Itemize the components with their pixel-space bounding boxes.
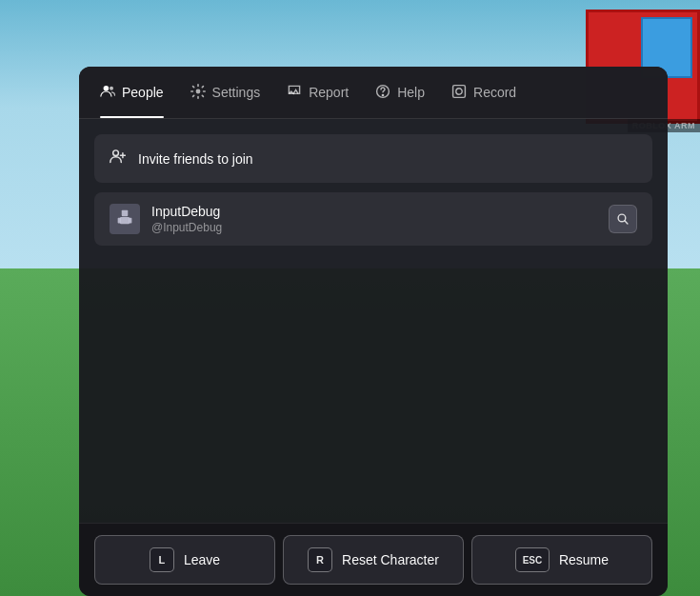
invite-label: Invite friends to join xyxy=(138,151,253,167)
avatar-icon xyxy=(116,209,133,229)
record-icon xyxy=(451,84,467,102)
player-info: InputDebug @InputDebug xyxy=(151,204,597,234)
svg-point-4 xyxy=(383,94,384,95)
resume-label: Resume xyxy=(559,552,609,567)
tab-people[interactable]: People xyxy=(87,76,177,109)
tab-record-label: Record xyxy=(473,85,516,100)
player-search-button[interactable] xyxy=(609,205,637,233)
svg-point-7 xyxy=(113,150,119,156)
reset-label: Reset Character xyxy=(342,552,439,567)
tab-help-label: Help xyxy=(397,85,425,100)
reset-key-badge: R xyxy=(308,547,332,572)
reset-character-button[interactable]: R Reset Character xyxy=(283,535,464,585)
svg-rect-11 xyxy=(129,218,131,224)
svg-point-2 xyxy=(195,89,200,93)
avatar xyxy=(110,204,140,234)
svg-rect-5 xyxy=(453,85,466,97)
resume-key-badge: ESC xyxy=(515,547,550,572)
tab-report-label: Report xyxy=(309,85,349,100)
panel-content: Invite friends to join InputDebug @Input… xyxy=(79,119,668,523)
tab-settings[interactable]: Settings xyxy=(177,76,274,109)
leave-button[interactable]: L Leave xyxy=(94,535,275,585)
settings-icon xyxy=(190,84,206,102)
player-name: InputDebug xyxy=(151,204,597,219)
player-row[interactable]: InputDebug @InputDebug xyxy=(94,192,652,246)
tab-record[interactable]: Record xyxy=(438,76,530,109)
tab-report[interactable]: Report xyxy=(273,76,362,109)
invite-icon xyxy=(110,148,127,169)
svg-rect-10 xyxy=(118,218,121,224)
svg-rect-8 xyxy=(122,210,129,217)
help-icon xyxy=(375,84,390,102)
player-handle: @InputDebug xyxy=(151,221,597,234)
resume-button[interactable]: ESC Resume xyxy=(471,535,652,585)
svg-point-1 xyxy=(110,86,113,89)
main-panel: People Settings Report xyxy=(79,67,668,596)
svg-point-6 xyxy=(456,88,462,93)
invite-row[interactable]: Invite friends to join xyxy=(94,134,652,183)
tab-settings-label: Settings xyxy=(212,85,261,100)
tab-bar: People Settings Report xyxy=(79,67,668,119)
report-icon xyxy=(287,84,302,102)
people-icon xyxy=(100,84,115,102)
tab-people-label: People xyxy=(122,85,164,100)
bottom-bar: L Leave R Reset Character ESC Resume xyxy=(79,523,668,596)
svg-rect-9 xyxy=(120,217,130,224)
svg-point-0 xyxy=(104,86,110,91)
leave-key-badge: L xyxy=(150,547,174,572)
tab-help[interactable]: Help xyxy=(362,76,438,109)
leave-label: Leave xyxy=(184,552,220,567)
